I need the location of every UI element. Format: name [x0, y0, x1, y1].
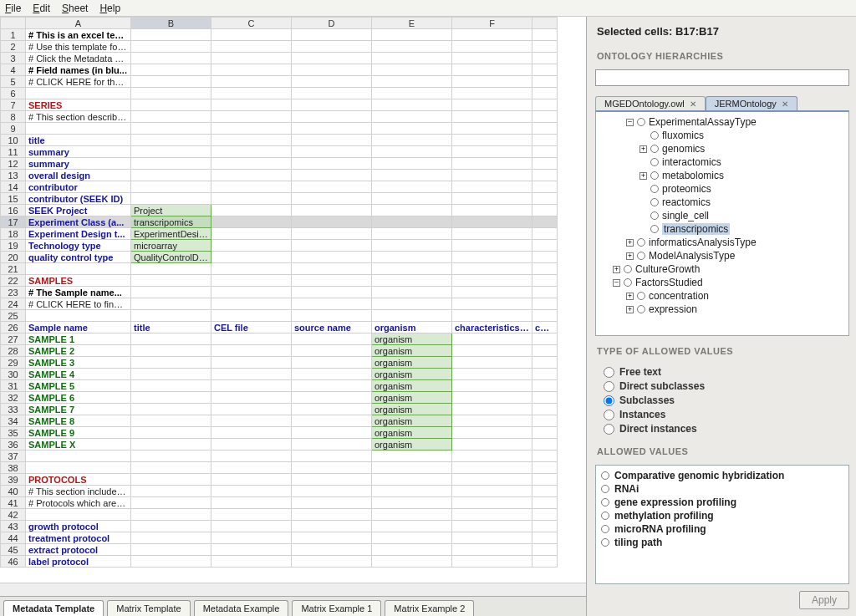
row-header-6[interactable]: 6: [1, 88, 26, 99]
row-header-31[interactable]: 31: [1, 380, 26, 392]
cell-G33[interactable]: [532, 404, 558, 415]
cell-D8[interactable]: [292, 111, 372, 123]
cell-C26[interactable]: CEL file: [211, 322, 292, 333]
cell-A2[interactable]: # Use this template for ...: [26, 41, 131, 53]
tree-toggle-icon[interactable]: +: [639, 172, 647, 180]
cell-E33[interactable]: organism: [372, 404, 452, 415]
cell-B34[interactable]: [131, 415, 211, 427]
cell-D9[interactable]: [292, 123, 372, 135]
tree-toggle-icon[interactable]: –: [613, 279, 620, 287]
cell-C2[interactable]: [211, 41, 292, 53]
cell-B22[interactable]: [131, 275, 211, 287]
row-header-2[interactable]: 2: [1, 41, 26, 53]
cell-F29[interactable]: [452, 357, 532, 369]
column-header-B[interactable]: B: [131, 18, 211, 29]
row-header-25[interactable]: 25: [1, 310, 26, 322]
cell-A8[interactable]: # This section describes ...: [26, 111, 131, 123]
cell-B25[interactable]: [131, 310, 211, 322]
cell-C43[interactable]: [211, 521, 292, 532]
cell-E43[interactable]: [372, 521, 452, 532]
cell-A19[interactable]: Technology type: [26, 240, 131, 252]
cell-E9[interactable]: [372, 123, 452, 135]
tree-toggle-icon[interactable]: +: [626, 306, 634, 313]
cell-B42[interactable]: [131, 509, 211, 521]
cell-D31[interactable]: [292, 380, 372, 392]
row-header-28[interactable]: 28: [1, 345, 26, 357]
cell-A18[interactable]: Experiment Design t...: [26, 228, 131, 240]
cell-G14[interactable]: [532, 181, 558, 193]
row-header-13[interactable]: 13: [1, 170, 26, 181]
cell-G45[interactable]: [532, 544, 558, 556]
cell-G34[interactable]: [532, 415, 558, 427]
tree-node-single-cell[interactable]: single_cell: [639, 210, 847, 221]
cell-A5[interactable]: # CLICK HERE for the F...: [26, 76, 131, 88]
row-header-42[interactable]: 42: [1, 509, 26, 521]
cell-F30[interactable]: [452, 369, 532, 380]
ontology-tab-mgedontology-owl[interactable]: MGEDOntology.owl✕: [595, 96, 706, 110]
cell-C16[interactable]: [211, 205, 292, 216]
cell-D33[interactable]: [292, 404, 372, 415]
cell-C39[interactable]: [211, 474, 292, 486]
type-option-subclasses[interactable]: Subclasses: [604, 395, 849, 406]
cell-E5[interactable]: [372, 76, 452, 88]
tree-toggle-icon[interactable]: +: [626, 293, 634, 300]
cell-G5[interactable]: [532, 76, 558, 88]
cell-E31[interactable]: organism: [372, 380, 452, 392]
cell-F34[interactable]: [452, 415, 532, 427]
tree-node-reactomics[interactable]: reactomics: [639, 196, 847, 208]
cell-E19[interactable]: [372, 240, 452, 252]
row-header-15[interactable]: 15: [1, 193, 26, 205]
cell-A35[interactable]: SAMPLE 9: [26, 427, 131, 439]
cell-B19[interactable]: microarray: [131, 240, 211, 252]
cell-A31[interactable]: SAMPLE 5: [26, 380, 131, 392]
cell-C40[interactable]: [211, 486, 292, 497]
cell-A7[interactable]: SERIES: [26, 99, 131, 111]
cell-D5[interactable]: [292, 76, 372, 88]
cell-C9[interactable]: [211, 123, 292, 135]
cell-C28[interactable]: [211, 345, 292, 357]
cell-G12[interactable]: [532, 158, 558, 170]
cell-B40[interactable]: [131, 486, 211, 497]
cell-G4[interactable]: [532, 64, 558, 76]
cell-C38[interactable]: [211, 462, 292, 474]
cell-D38[interactable]: [292, 462, 372, 474]
cell-F25[interactable]: [452, 310, 532, 322]
cell-C19[interactable]: [211, 240, 292, 252]
cell-G15[interactable]: [532, 193, 558, 205]
row-header-19[interactable]: 19: [1, 240, 26, 252]
cell-A33[interactable]: SAMPLE 7: [26, 404, 131, 415]
cell-A21[interactable]: [26, 263, 131, 275]
cell-F8[interactable]: [452, 111, 532, 123]
cell-E42[interactable]: [372, 509, 452, 521]
cell-B29[interactable]: [131, 357, 211, 369]
close-icon[interactable]: ✕: [690, 99, 696, 109]
cell-C13[interactable]: [211, 170, 292, 181]
cell-B37[interactable]: [131, 451, 211, 462]
row-header-24[interactable]: 24: [1, 298, 26, 310]
cell-D25[interactable]: [292, 310, 372, 322]
cell-E37[interactable]: [372, 451, 452, 462]
cell-G32[interactable]: [532, 392, 558, 404]
cell-B15[interactable]: [131, 193, 211, 205]
cell-F13[interactable]: [452, 170, 532, 181]
cell-D28[interactable]: [292, 345, 372, 357]
cell-E45[interactable]: [372, 544, 452, 556]
cell-C22[interactable]: [211, 275, 292, 287]
cell-A9[interactable]: [26, 123, 131, 135]
row-header-8[interactable]: 8: [1, 111, 26, 123]
allowed-value-comparative-genomic-hybridization[interactable]: Comparative genomic hybridization: [601, 469, 843, 482]
cell-G36[interactable]: [532, 439, 558, 451]
row-header-34[interactable]: 34: [1, 415, 26, 427]
cell-E27[interactable]: organism: [372, 333, 452, 345]
cell-B7[interactable]: [131, 99, 211, 111]
cell-F22[interactable]: [452, 275, 532, 287]
cell-A42[interactable]: [26, 509, 131, 521]
cell-C17[interactable]: [211, 216, 292, 228]
row-header-35[interactable]: 35: [1, 427, 26, 439]
menu-help[interactable]: Help: [99, 3, 120, 14]
cell-E15[interactable]: [372, 193, 452, 205]
cell-C1[interactable]: [211, 29, 292, 41]
cell-G30[interactable]: [532, 369, 558, 380]
cell-D6[interactable]: [292, 88, 372, 99]
cell-E29[interactable]: organism: [372, 357, 452, 369]
